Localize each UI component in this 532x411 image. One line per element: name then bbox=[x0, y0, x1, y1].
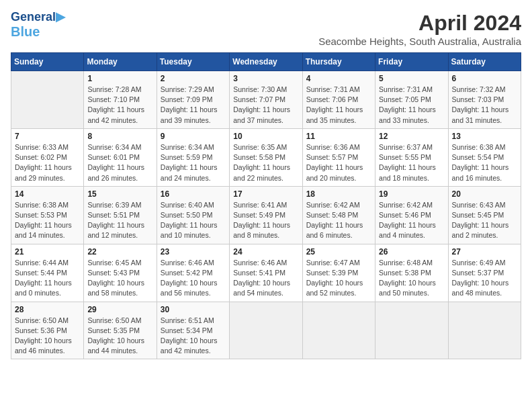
calendar-cell: 24Sunrise: 6:46 AMSunset: 5:41 PMDayligh… bbox=[230, 244, 302, 302]
calendar-cell: 18Sunrise: 6:42 AMSunset: 5:48 PMDayligh… bbox=[302, 186, 375, 244]
day-number: 27 bbox=[452, 247, 517, 257]
day-info: Sunrise: 6:48 AMSunset: 5:38 PMDaylight:… bbox=[379, 258, 444, 299]
day-info: Sunrise: 7:30 AMSunset: 7:07 PMDaylight:… bbox=[233, 85, 298, 126]
calendar-cell: 13Sunrise: 6:38 AMSunset: 5:54 PMDayligh… bbox=[448, 128, 521, 186]
day-info: Sunrise: 6:47 AMSunset: 5:39 PMDaylight:… bbox=[306, 258, 371, 299]
calendar-table: SundayMondayTuesdayWednesdayThursdayFrid… bbox=[11, 52, 521, 359]
day-number: 19 bbox=[379, 189, 444, 199]
day-info: Sunrise: 6:45 AMSunset: 5:43 PMDaylight:… bbox=[87, 258, 152, 299]
page-header: General▶ Blue April 2024 Seacombe Height… bbox=[11, 11, 521, 47]
day-info: Sunrise: 7:31 AMSunset: 7:06 PMDaylight:… bbox=[306, 85, 371, 126]
day-info: Sunrise: 7:32 AMSunset: 7:03 PMDaylight:… bbox=[452, 85, 517, 126]
calendar-cell bbox=[375, 302, 448, 359]
logo-blue-text: Blue bbox=[11, 24, 65, 39]
header-cell-monday: Monday bbox=[84, 53, 157, 71]
day-info: Sunrise: 6:34 AMSunset: 6:01 PMDaylight:… bbox=[87, 142, 152, 183]
calendar-cell: 26Sunrise: 6:48 AMSunset: 5:38 PMDayligh… bbox=[375, 244, 448, 302]
calendar-cell bbox=[230, 302, 302, 359]
day-number: 23 bbox=[161, 247, 226, 257]
day-number: 25 bbox=[306, 247, 371, 257]
day-info: Sunrise: 7:28 AMSunset: 7:10 PMDaylight:… bbox=[87, 85, 152, 126]
day-number: 11 bbox=[306, 132, 371, 141]
logo-text: General▶ bbox=[11, 11, 65, 24]
calendar-cell: 30Sunrise: 6:51 AMSunset: 5:34 PMDayligh… bbox=[157, 302, 229, 359]
calendar-cell: 21Sunrise: 6:44 AMSunset: 5:44 PMDayligh… bbox=[11, 244, 84, 302]
day-number: 3 bbox=[233, 74, 298, 83]
header-cell-friday: Friday bbox=[375, 53, 448, 71]
day-number: 22 bbox=[87, 247, 152, 257]
calendar-cell: 20Sunrise: 6:43 AMSunset: 5:45 PMDayligh… bbox=[448, 186, 521, 244]
day-number: 4 bbox=[306, 74, 371, 83]
header-cell-tuesday: Tuesday bbox=[157, 53, 229, 71]
day-info: Sunrise: 7:29 AMSunset: 7:09 PMDaylight:… bbox=[161, 85, 226, 126]
day-info: Sunrise: 6:50 AMSunset: 5:35 PMDaylight:… bbox=[87, 316, 152, 357]
calendar-cell: 17Sunrise: 6:41 AMSunset: 5:49 PMDayligh… bbox=[230, 186, 302, 244]
day-number: 14 bbox=[15, 189, 80, 199]
calendar-cell: 9Sunrise: 6:34 AMSunset: 5:59 PMDaylight… bbox=[157, 128, 229, 186]
header-cell-thursday: Thursday bbox=[302, 53, 375, 71]
day-number: 18 bbox=[306, 189, 371, 199]
day-info: Sunrise: 6:39 AMSunset: 5:51 PMDaylight:… bbox=[87, 200, 152, 241]
calendar-cell: 29Sunrise: 6:50 AMSunset: 5:35 PMDayligh… bbox=[84, 302, 157, 359]
calendar-cell: 28Sunrise: 6:50 AMSunset: 5:36 PMDayligh… bbox=[11, 302, 84, 359]
calendar-week-5: 28Sunrise: 6:50 AMSunset: 5:36 PMDayligh… bbox=[11, 302, 521, 359]
day-number: 2 bbox=[161, 74, 226, 83]
calendar-body: 1Sunrise: 7:28 AMSunset: 7:10 PMDaylight… bbox=[11, 71, 521, 359]
calendar-cell: 12Sunrise: 6:37 AMSunset: 5:55 PMDayligh… bbox=[375, 128, 448, 186]
day-number: 21 bbox=[15, 247, 80, 257]
calendar-cell: 7Sunrise: 6:33 AMSunset: 6:02 PMDaylight… bbox=[11, 128, 84, 186]
calendar-cell: 11Sunrise: 6:36 AMSunset: 5:57 PMDayligh… bbox=[302, 128, 375, 186]
day-info: Sunrise: 6:35 AMSunset: 5:58 PMDaylight:… bbox=[233, 142, 298, 183]
calendar-cell: 8Sunrise: 6:34 AMSunset: 6:01 PMDaylight… bbox=[84, 128, 157, 186]
calendar-cell: 25Sunrise: 6:47 AMSunset: 5:39 PMDayligh… bbox=[302, 244, 375, 302]
day-info: Sunrise: 6:38 AMSunset: 5:54 PMDaylight:… bbox=[452, 142, 517, 183]
calendar-cell: 1Sunrise: 7:28 AMSunset: 7:10 PMDaylight… bbox=[84, 71, 157, 129]
header-cell-sunday: Sunday bbox=[11, 53, 84, 71]
header-cell-wednesday: Wednesday bbox=[230, 53, 302, 71]
calendar-cell: 3Sunrise: 7:30 AMSunset: 7:07 PMDaylight… bbox=[230, 71, 302, 129]
day-number: 15 bbox=[87, 189, 152, 199]
day-number: 9 bbox=[161, 132, 226, 141]
header-row: SundayMondayTuesdayWednesdayThursdayFrid… bbox=[11, 53, 521, 71]
day-number: 28 bbox=[15, 305, 80, 314]
day-info: Sunrise: 6:42 AMSunset: 5:46 PMDaylight:… bbox=[379, 200, 444, 241]
calendar-week-1: 1Sunrise: 7:28 AMSunset: 7:10 PMDaylight… bbox=[11, 71, 521, 129]
title-block: April 2024 Seacombe Heights, South Austr… bbox=[318, 11, 521, 47]
month-title: April 2024 bbox=[318, 11, 521, 36]
day-info: Sunrise: 6:50 AMSunset: 5:36 PMDaylight:… bbox=[15, 316, 80, 357]
calendar-cell: 27Sunrise: 6:49 AMSunset: 5:37 PMDayligh… bbox=[448, 244, 521, 302]
day-number: 10 bbox=[233, 132, 298, 141]
day-info: Sunrise: 6:34 AMSunset: 5:59 PMDaylight:… bbox=[161, 142, 226, 183]
logo: General▶ Blue bbox=[11, 11, 65, 39]
day-number: 17 bbox=[233, 189, 298, 199]
day-info: Sunrise: 6:37 AMSunset: 5:55 PMDaylight:… bbox=[379, 142, 444, 183]
calendar-cell bbox=[448, 302, 521, 359]
day-number: 16 bbox=[161, 189, 226, 199]
calendar-cell: 19Sunrise: 6:42 AMSunset: 5:46 PMDayligh… bbox=[375, 186, 448, 244]
calendar-cell: 6Sunrise: 7:32 AMSunset: 7:03 PMDaylight… bbox=[448, 71, 521, 129]
day-info: Sunrise: 6:46 AMSunset: 5:42 PMDaylight:… bbox=[161, 258, 226, 299]
day-number: 29 bbox=[87, 305, 152, 314]
day-number: 26 bbox=[379, 247, 444, 257]
day-info: Sunrise: 6:43 AMSunset: 5:45 PMDaylight:… bbox=[452, 200, 517, 241]
day-number: 7 bbox=[15, 132, 80, 141]
calendar-cell: 10Sunrise: 6:35 AMSunset: 5:58 PMDayligh… bbox=[230, 128, 302, 186]
day-info: Sunrise: 7:31 AMSunset: 7:05 PMDaylight:… bbox=[379, 85, 444, 126]
day-number: 30 bbox=[161, 305, 226, 314]
calendar-cell: 15Sunrise: 6:39 AMSunset: 5:51 PMDayligh… bbox=[84, 186, 157, 244]
day-info: Sunrise: 6:33 AMSunset: 6:02 PMDaylight:… bbox=[15, 142, 80, 183]
calendar-cell: 23Sunrise: 6:46 AMSunset: 5:42 PMDayligh… bbox=[157, 244, 229, 302]
day-number: 1 bbox=[87, 74, 152, 83]
day-info: Sunrise: 6:46 AMSunset: 5:41 PMDaylight:… bbox=[233, 258, 298, 299]
calendar-cell: 5Sunrise: 7:31 AMSunset: 7:05 PMDaylight… bbox=[375, 71, 448, 129]
day-number: 8 bbox=[87, 132, 152, 141]
location: Seacombe Heights, South Australia, Austr… bbox=[318, 36, 521, 47]
calendar-cell: 22Sunrise: 6:45 AMSunset: 5:43 PMDayligh… bbox=[84, 244, 157, 302]
day-info: Sunrise: 6:41 AMSunset: 5:49 PMDaylight:… bbox=[233, 200, 298, 241]
header-cell-saturday: Saturday bbox=[448, 53, 521, 71]
calendar-cell: 16Sunrise: 6:40 AMSunset: 5:50 PMDayligh… bbox=[157, 186, 229, 244]
day-info: Sunrise: 6:51 AMSunset: 5:34 PMDaylight:… bbox=[161, 316, 226, 357]
calendar-cell: 4Sunrise: 7:31 AMSunset: 7:06 PMDaylight… bbox=[302, 71, 375, 129]
day-info: Sunrise: 6:38 AMSunset: 5:53 PMDaylight:… bbox=[15, 200, 80, 241]
day-info: Sunrise: 6:40 AMSunset: 5:50 PMDaylight:… bbox=[161, 200, 226, 241]
